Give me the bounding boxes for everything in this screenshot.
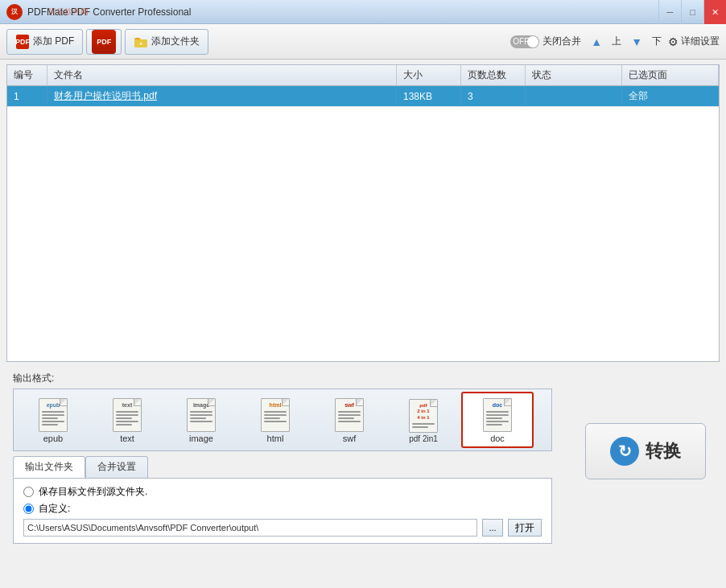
format-text-label: text [120, 434, 134, 443]
up-label: 上 [612, 35, 621, 48]
epub-icon: epub [38, 397, 68, 432]
radio-save-to-source[interactable]: 保存目标文件到源文件夹. [23, 485, 542, 499]
table-row[interactable]: 1 财务用户操作说明书.pdf 138KB 3 全部 [7, 86, 719, 107]
table-header: 编号 文件名 大小 页数总数 状态 已选页面 [7, 65, 719, 86]
tab-output-folder[interactable]: 输出文件夹 [13, 456, 85, 478]
svg-text:+: + [139, 41, 142, 47]
output-format-label: 输出格式: [13, 372, 552, 385]
format-html-label: html [267, 434, 284, 443]
col-header-filename: 文件名 [47, 65, 397, 85]
tab-merge-settings[interactable]: 合并设置 [85, 456, 148, 478]
title-bar: 汉 PDFMate PDF Converter Professional 河乐软… [0, 0, 726, 24]
format-doc[interactable]: doc doc [461, 392, 534, 448]
app-logo: 汉 [6, 4, 23, 20]
col-header-size: 大小 [397, 65, 461, 85]
add-folder-button[interactable]: + 添加文件夹 [125, 29, 208, 55]
col-header-status: 状态 [526, 65, 622, 85]
toolbar-right: OFF 关闭合并 ▲ 上 ▼ 下 ⚙ 详细设置 [510, 34, 720, 50]
add-folder-icon: + [134, 35, 148, 49]
toolbar: PDF 添加 PDF PDF + 添加文件夹 OFF 关闭合并 ▲ 上 ▼ [0, 24, 726, 60]
path-row: ... 打开 [23, 519, 542, 537]
format-bar: epub epub text [13, 389, 552, 451]
window-controls: ─ □ ✕ [658, 0, 726, 23]
convert-button-icon: ↻ [610, 437, 639, 466]
text-icon: text [112, 397, 142, 432]
radio-save-to-source-input[interactable] [23, 487, 34, 497]
path-input[interactable] [23, 519, 477, 537]
browse-button[interactable]: ... [482, 519, 503, 537]
radio-custom-input[interactable] [23, 504, 34, 514]
add-pdf-button[interactable]: PDF 添加 PDF [6, 29, 83, 55]
convert-label: 转换 [646, 439, 681, 463]
format-swf[interactable]: swf swf [313, 392, 386, 448]
format-text[interactable]: text text [91, 392, 163, 448]
bottom-right: ↻ 转换 [565, 367, 726, 544]
tab-content: 保存目标文件到源文件夹. 自定义: ... 打开 [13, 478, 552, 544]
pdf2in1-icon: pdf2 in 14 in 1 [408, 397, 439, 433]
cell-id: 1 [7, 86, 47, 106]
merge-toggle-label: 关闭合并 [542, 35, 581, 48]
format-image[interactable]: image image [165, 392, 237, 448]
format-html[interactable]: html html [239, 392, 311, 448]
doc-icon: doc [482, 397, 513, 432]
bottom-left: 输出格式: epub epub [0, 367, 565, 544]
image-icon: image [186, 397, 217, 432]
convert-button[interactable]: ↻ 转换 [585, 423, 706, 479]
col-header-id: 编号 [7, 65, 47, 85]
html-icon: html [260, 397, 291, 432]
restore-button[interactable]: □ [681, 0, 703, 24]
format-pdf2in1-label: pdf 2in1 [409, 434, 438, 443]
format-epub-label: epub [43, 434, 63, 443]
watermark: 河乐软件网 [48, 6, 89, 18]
close-button[interactable]: ✕ [703, 0, 726, 24]
format-epub[interactable]: epub epub [17, 392, 89, 448]
cell-size: 138KB [397, 86, 461, 106]
minimize-button[interactable]: ─ [658, 0, 681, 24]
add-pdf-icon: PDF [15, 35, 30, 49]
radio-group: 保存目标文件到源文件夹. 自定义: [23, 485, 542, 516]
add-pdf-label: 添加 PDF [33, 35, 74, 48]
cell-pages: 3 [461, 86, 526, 106]
file-link[interactable]: 财务用户操作说明书.pdf [54, 89, 157, 103]
open-button[interactable]: 打开 [508, 519, 542, 537]
cell-status [526, 86, 622, 106]
move-up-button[interactable]: ▲ [588, 34, 605, 50]
swf-icon: swf [334, 397, 365, 432]
watermark-text: 河乐软件网 [48, 6, 89, 18]
add-folder-label: 添加文件夹 [151, 35, 200, 48]
cell-selected-pages: 全部 [622, 86, 719, 106]
convert-button-toolbar[interactable]: PDF [86, 29, 122, 55]
toggle-track[interactable]: OFF [510, 35, 539, 48]
merge-toggle[interactable]: OFF 关闭合并 [510, 35, 581, 48]
output-format-section: 输出格式: epub epub [6, 367, 559, 451]
format-doc-label: doc [490, 434, 505, 443]
file-table-container: 编号 文件名 大小 页数总数 状态 已选页面 1 财务用户操作说明书.pdf 1… [6, 64, 720, 362]
toggle-off-label: OFF [513, 37, 529, 46]
format-pdf2in1[interactable]: pdf2 in 14 in 1 pdf 2in1 [387, 392, 460, 448]
convert-icon: PDF [92, 30, 116, 54]
cell-filename: 财务用户操作说明书.pdf [47, 86, 397, 106]
col-header-selected: 已选页面 [622, 65, 719, 85]
table-body: 1 财务用户操作说明书.pdf 138KB 3 全部 [7, 86, 719, 362]
tabs: 输出文件夹 合并设置 [13, 456, 552, 478]
settings-label: 详细设置 [681, 35, 720, 48]
toggle-knob [527, 36, 538, 47]
col-header-pages: 页数总数 [461, 65, 526, 85]
move-down-button[interactable]: ▼ [628, 34, 646, 50]
down-label: 下 [652, 35, 662, 48]
gear-icon: ⚙ [668, 35, 679, 48]
format-swf-label: swf [343, 434, 357, 443]
format-image-label: image [189, 434, 213, 443]
refresh-icon: ↻ [618, 442, 632, 461]
tabs-section: 输出文件夹 合并设置 保存目标文件到源文件夹. 自定义: [6, 451, 559, 544]
bottom-area: 输出格式: epub epub [0, 367, 726, 544]
settings-button[interactable]: ⚙ 详细设置 [668, 35, 720, 48]
radio-custom[interactable]: 自定义: [23, 502, 542, 516]
